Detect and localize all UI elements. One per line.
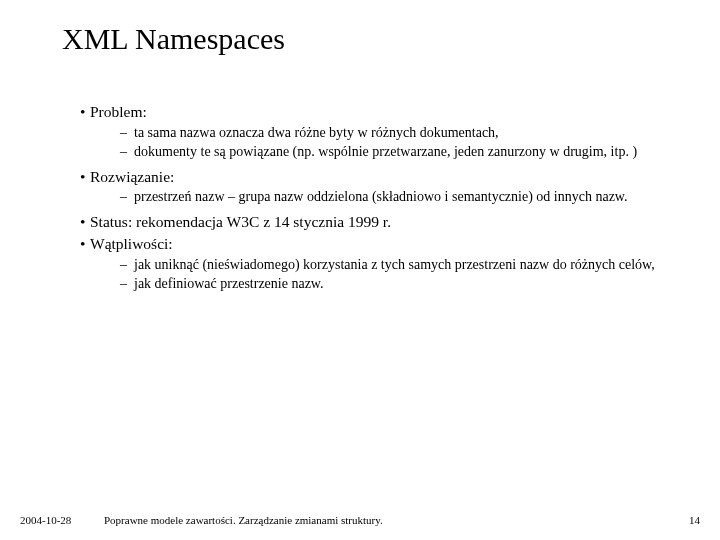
sub-bullet-item: przestrzeń nazw – grupa nazw oddzielona … bbox=[120, 188, 662, 206]
bullet-item: Rozwiązanie: przestrzeń nazw – grupa naz… bbox=[80, 167, 662, 207]
slide-body: Problem: ta sama nazwa oznacza dwa różne… bbox=[62, 102, 662, 299]
footer-title: Poprawne modele zawartości. Zarządzanie … bbox=[104, 514, 383, 526]
footer-page-number: 14 bbox=[689, 514, 700, 526]
bullet-item: Wątpliwości: jak uniknąć (nieświadomego)… bbox=[80, 234, 662, 293]
slide: XML Namespaces Problem: ta sama nazwa oz… bbox=[0, 0, 720, 540]
footer-date: 2004-10-28 bbox=[20, 514, 71, 526]
sub-bullet-list: ta sama nazwa oznacza dwa różne byty w r… bbox=[80, 124, 662, 161]
sub-bullet-item: jak definiować przestrzenie nazw. bbox=[120, 275, 662, 293]
sub-bullet-list: przestrzeń nazw – grupa nazw oddzielona … bbox=[80, 188, 662, 206]
bullet-item: Status: rekomendacja W3C z 14 stycznia 1… bbox=[80, 212, 662, 232]
bullet-label: Problem: bbox=[80, 102, 147, 122]
slide-title: XML Namespaces bbox=[62, 22, 285, 56]
sub-bullet-item: ta sama nazwa oznacza dwa różne byty w r… bbox=[120, 124, 662, 142]
sub-bullet-item: dokumenty te są powiązane (np. wspólnie … bbox=[120, 143, 662, 161]
sub-bullet-item: jak uniknąć (nieświadomego) korzystania … bbox=[120, 256, 662, 274]
bullet-label: Wątpliwości: bbox=[80, 234, 173, 254]
bullet-label: Status: rekomendacja W3C z 14 stycznia 1… bbox=[80, 212, 391, 232]
bullet-list: Problem: ta sama nazwa oznacza dwa różne… bbox=[62, 102, 662, 293]
bullet-label: Rozwiązanie: bbox=[80, 167, 174, 187]
sub-bullet-list: jak uniknąć (nieświadomego) korzystania … bbox=[80, 256, 662, 293]
bullet-item: Problem: ta sama nazwa oznacza dwa różne… bbox=[80, 102, 662, 161]
